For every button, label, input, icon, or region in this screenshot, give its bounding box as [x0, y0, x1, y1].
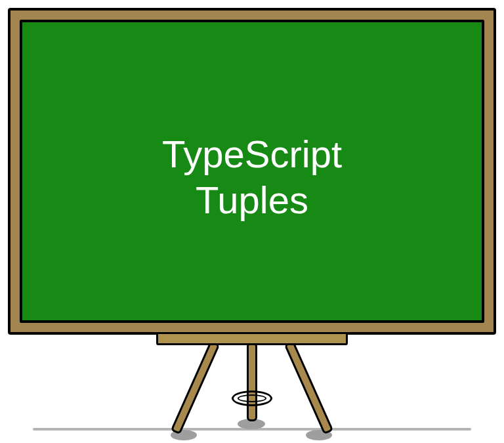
chalkboard-title: TypeScript Tuples [162, 131, 342, 222]
chalkboard-scene: TypeScript Tuples [0, 0, 504, 443]
easel-brace-inner [238, 394, 266, 402]
easel-leg-left [171, 341, 220, 435]
easel-ledge [156, 332, 348, 345]
easel-leg-right [284, 341, 334, 435]
easel-leg-center [247, 343, 257, 421]
chalkboard-surface: TypeScript Tuples [20, 20, 484, 323]
